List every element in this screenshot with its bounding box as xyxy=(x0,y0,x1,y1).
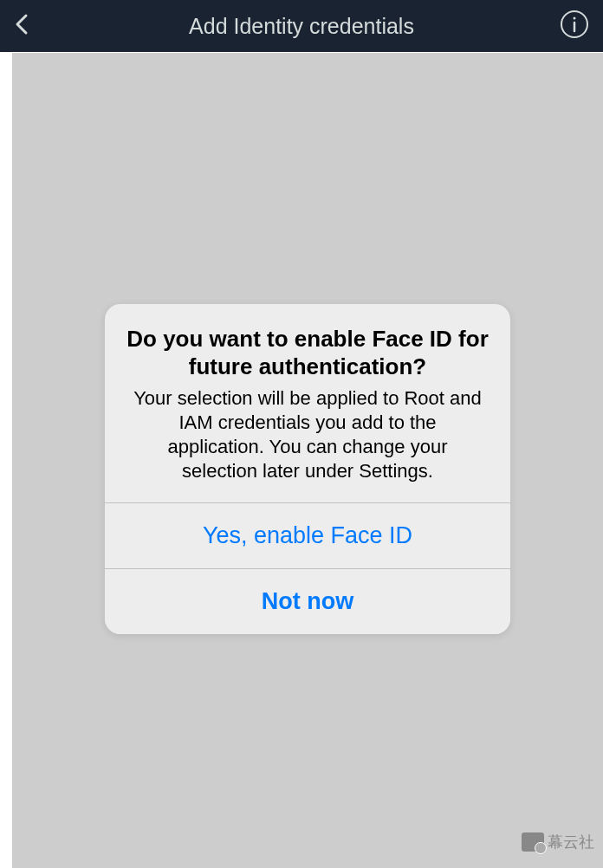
app-header: Add Identity credentials xyxy=(0,0,603,52)
modal-overlay: Do you want to enable Face ID for future… xyxy=(12,53,603,868)
info-icon xyxy=(560,10,589,42)
watermark: 幕云社 xyxy=(522,832,594,852)
not-now-button[interactable]: Not now xyxy=(105,568,510,634)
info-button[interactable] xyxy=(554,10,589,42)
alert-title: Do you want to enable Face ID for future… xyxy=(126,325,490,381)
alert-content: Do you want to enable Face ID for future… xyxy=(105,304,510,503)
page-title: Add Identity credentials xyxy=(49,14,554,39)
alert-message: Your selection will be applied to Root a… xyxy=(126,386,490,484)
alert-dialog: Do you want to enable Face ID for future… xyxy=(105,304,510,635)
chevron-left-icon xyxy=(14,12,31,40)
svg-point-1 xyxy=(574,17,576,20)
watermark-text: 幕云社 xyxy=(548,832,594,852)
wechat-icon xyxy=(522,832,544,852)
back-button[interactable] xyxy=(14,12,49,40)
enable-faceid-button[interactable]: Yes, enable Face ID xyxy=(105,502,510,568)
content-area: Do you want to enable Face ID for future… xyxy=(0,52,603,868)
